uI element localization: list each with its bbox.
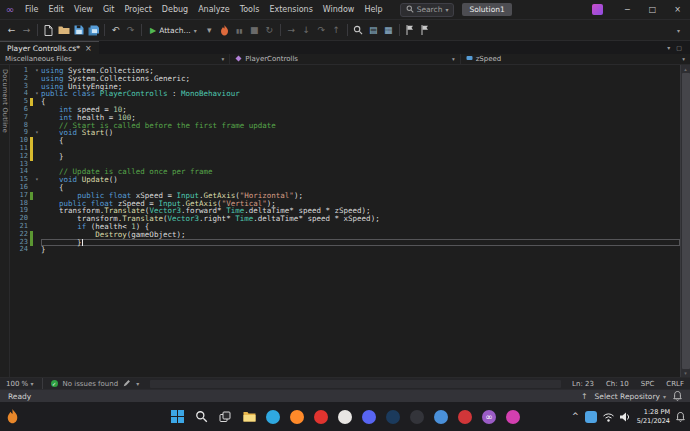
line-indicator[interactable]: Ln: 23	[572, 380, 594, 388]
restart-icon[interactable]: ↻	[262, 22, 277, 38]
document-outline-tab[interactable]: Document Outline	[1, 69, 9, 133]
epic-games-icon[interactable]	[406, 406, 428, 428]
brave-icon[interactable]	[334, 406, 356, 428]
stop-icon[interactable]: ■	[247, 22, 262, 38]
tray-app-icon[interactable]	[585, 411, 597, 423]
menu-extensions[interactable]: Extensions	[264, 0, 317, 20]
code-line[interactable]: 10 {	[10, 137, 680, 145]
issues-label[interactable]: No issues found	[63, 380, 119, 388]
taskbar-search-icon[interactable]	[190, 406, 212, 428]
undo-icon[interactable]: ↶	[108, 22, 123, 38]
tab-list-chevron-icon[interactable]: ▾	[667, 44, 670, 51]
edge-icon[interactable]	[262, 406, 284, 428]
tab-player-controlls[interactable]: Player Controlls.cs* ×	[0, 41, 99, 54]
code-line[interactable]: 23 }	[10, 239, 680, 247]
hidden-icons-chevron[interactable]: ^	[572, 412, 579, 421]
show-next-statement-icon[interactable]: →	[284, 22, 299, 38]
properties-window-icon[interactable]: ▦	[381, 22, 396, 38]
float-tab-icon[interactable]: ▢	[676, 44, 682, 51]
global-search-box[interactable]: Search ▾	[400, 3, 455, 17]
discord-icon[interactable]	[358, 406, 380, 428]
unity-icon[interactable]	[430, 406, 452, 428]
file-explorer-icon[interactable]	[238, 406, 260, 428]
step-into-icon[interactable]: ↓	[299, 22, 314, 38]
breadcrumb-project[interactable]: Miscellaneous Files ▾	[0, 54, 230, 64]
weather-widget[interactable]	[6, 409, 19, 424]
bookmark-window-icon[interactable]	[418, 22, 433, 38]
select-repository-button[interactable]: Select Repository ▾	[595, 392, 666, 401]
code-cleanup-icon[interactable]	[123, 379, 131, 389]
navigate-forward-icon[interactable]: →	[19, 22, 34, 38]
code-line[interactable]: 12 }	[10, 153, 680, 161]
maximize-button[interactable]: □	[640, 0, 665, 20]
zoom-control[interactable]: 100 % ▾	[6, 380, 34, 388]
fold-marker-icon[interactable]: ▾	[33, 176, 41, 184]
step-out-icon[interactable]: ↑	[329, 22, 344, 38]
navigate-backward-icon[interactable]: ←	[4, 22, 19, 38]
code-line[interactable]: 15▾ void Update()	[10, 176, 680, 184]
toolbar-overflow-icon[interactable]: ▾	[671, 27, 686, 34]
scroll-up-icon[interactable]: ▴	[684, 65, 687, 73]
break-all-icon[interactable]: ▮▮	[232, 22, 247, 38]
health-check-icon[interactable]: ✓	[51, 380, 58, 387]
scrollbar-thumb[interactable]	[682, 73, 690, 369]
breadcrumb-member[interactable]: zSpeed ▾	[461, 54, 690, 64]
taskbar-clock[interactable]: 1:28 PM 5/21/2024	[637, 408, 670, 425]
new-file-icon[interactable]	[41, 22, 56, 38]
menu-project[interactable]: Project	[119, 0, 156, 20]
code-line[interactable]: 11	[10, 145, 680, 153]
line-number[interactable]: 24	[10, 246, 28, 254]
account-avatar[interactable]	[592, 4, 603, 15]
menu-analyze[interactable]: Analyze	[193, 0, 235, 20]
firefox-icon[interactable]	[286, 406, 308, 428]
menu-debug[interactable]: Debug	[157, 0, 193, 20]
tab-close-icon[interactable]: ×	[85, 44, 92, 53]
fold-marker-icon[interactable]: ▾	[33, 129, 41, 137]
code-cleanup-chevron-icon[interactable]: ▾	[136, 380, 139, 387]
menu-window[interactable]: Window	[318, 0, 360, 20]
unity-hub-icon[interactable]	[502, 406, 524, 428]
code-line[interactable]: 4▾public class PlayerControlls : MonoBeh…	[10, 90, 680, 98]
wifi-icon[interactable]	[603, 407, 614, 426]
code-line[interactable]: 9▾ void Start()	[10, 129, 680, 137]
debug-target-chevron-icon[interactable]: ▾	[202, 22, 217, 38]
scroll-down-icon[interactable]: ▾	[684, 369, 687, 377]
code-area[interactable]: 1▾using System.Collections;2using System…	[10, 65, 680, 377]
redo-icon[interactable]: ↷	[123, 22, 138, 38]
notification-center-icon[interactable]	[676, 407, 685, 426]
menu-tools[interactable]: Tools	[235, 0, 265, 20]
menu-view[interactable]: View	[69, 0, 98, 20]
menu-git[interactable]: Git	[98, 0, 120, 20]
riot-client-icon[interactable]	[454, 406, 476, 428]
save-icon[interactable]	[71, 22, 86, 38]
steam-icon[interactable]	[382, 406, 404, 428]
fold-marker-icon[interactable]: ▾	[33, 90, 41, 98]
close-button[interactable]: ×	[665, 0, 690, 20]
find-in-files-icon[interactable]	[351, 22, 366, 38]
attach-button[interactable]: ▶ Attach... ▾	[145, 22, 202, 38]
push-commits-icon[interactable]: ↑	[581, 392, 588, 401]
notifications-bell-icon[interactable]	[673, 391, 682, 401]
line-ending-indicator[interactable]: CRLF	[666, 380, 684, 388]
add-bookmark-icon[interactable]	[403, 22, 418, 38]
task-view-icon[interactable]	[214, 406, 236, 428]
open-file-icon[interactable]	[56, 22, 71, 38]
solution-explorer-icon[interactable]: ▤	[366, 22, 381, 38]
menu-file[interactable]: File	[20, 0, 43, 20]
horizontal-scrollbar[interactable]	[150, 380, 561, 388]
menu-help[interactable]: Help	[359, 0, 387, 20]
fold-marker-icon[interactable]: ▾	[33, 67, 41, 75]
step-over-icon[interactable]: ↷	[314, 22, 329, 38]
breadcrumb-class[interactable]: PlayerControlls ▾	[230, 54, 460, 64]
opera-icon[interactable]	[310, 406, 332, 428]
menu-edit[interactable]: Edit	[43, 0, 69, 20]
code-line[interactable]: 24}	[10, 246, 680, 254]
column-indicator[interactable]: Ch: 10	[606, 380, 629, 388]
save-all-icon[interactable]	[86, 22, 101, 38]
vertical-scrollbar[interactable]: ▴ ▾	[680, 65, 690, 377]
hot-reload-icon[interactable]	[217, 22, 232, 38]
volume-icon[interactable]	[620, 407, 631, 426]
minimize-button[interactable]: ─	[615, 0, 640, 20]
solution-name[interactable]: Solution1	[462, 3, 511, 16]
code-line[interactable]: 22 Destroy(gameObject);	[10, 231, 680, 239]
